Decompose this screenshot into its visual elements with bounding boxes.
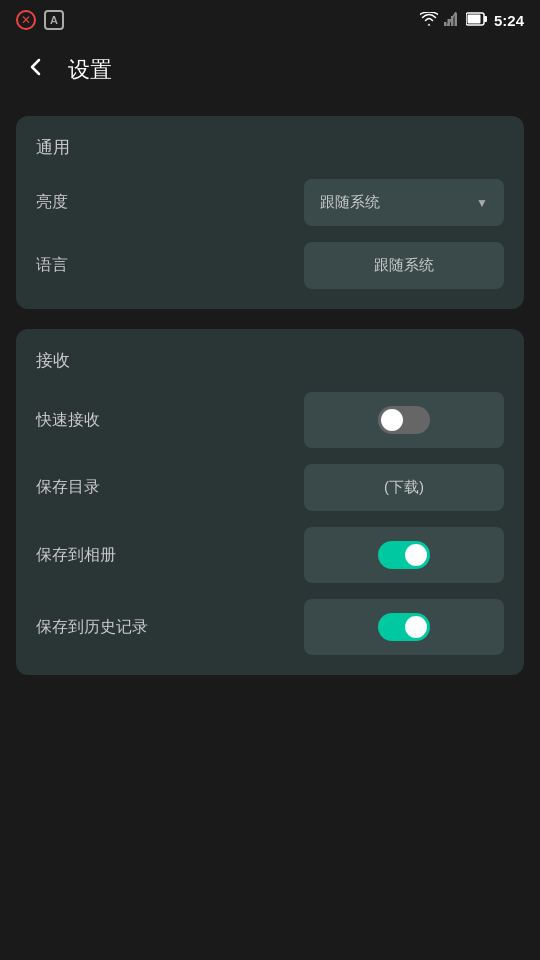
brightness-label: 亮度	[36, 192, 304, 213]
page-title: 设置	[68, 55, 112, 85]
fast-receive-thumb	[381, 409, 403, 431]
save-album-track	[378, 541, 430, 569]
language-row: 语言 跟随系统	[36, 242, 504, 289]
save-album-toggle[interactable]	[378, 541, 430, 569]
language-value-btn[interactable]: 跟随系统	[304, 242, 504, 289]
x-circle-icon: ✕	[16, 10, 36, 30]
receive-section: 接收 快速接收 保存目录 (下载) 保存到相册	[16, 329, 524, 675]
svg-rect-0	[444, 22, 447, 26]
language-label: 语言	[36, 255, 304, 276]
save-directory-btn[interactable]: (下载)	[304, 464, 504, 511]
brightness-dropdown[interactable]: 跟随系统 ▼	[304, 179, 504, 226]
brightness-value: 跟随系统	[320, 193, 380, 212]
save-album-toggle-container	[304, 527, 504, 583]
wifi-icon	[420, 12, 438, 29]
fast-receive-track	[378, 406, 430, 434]
save-directory-row: 保存目录 (下载)	[36, 464, 504, 511]
save-album-thumb	[405, 544, 427, 566]
clock-time: 5:24	[494, 12, 524, 29]
general-section-title: 通用	[36, 136, 504, 159]
brightness-row: 亮度 跟随系统 ▼	[36, 179, 504, 226]
save-album-row: 保存到相册	[36, 527, 504, 583]
general-section: 通用 亮度 跟随系统 ▼ 语言 跟随系统	[16, 116, 524, 309]
status-bar-left: ✕ A	[16, 10, 64, 30]
save-history-label: 保存到历史记录	[36, 617, 304, 638]
status-bar: ✕ A	[0, 0, 540, 40]
save-album-label: 保存到相册	[36, 545, 304, 566]
fast-receive-row: 快速接收	[36, 392, 504, 448]
save-directory-value: (下载)	[384, 478, 424, 495]
save-directory-label: 保存目录	[36, 477, 304, 498]
signal-icon	[444, 12, 460, 29]
svg-rect-6	[484, 16, 487, 22]
save-history-toggle-container	[304, 599, 504, 655]
receive-section-title: 接收	[36, 349, 504, 372]
save-history-row: 保存到历史记录	[36, 599, 504, 655]
fast-receive-label: 快速接收	[36, 410, 304, 431]
save-history-thumb	[405, 616, 427, 638]
a-box-icon: A	[44, 10, 64, 30]
save-history-toggle[interactable]	[378, 613, 430, 641]
back-button[interactable]	[20, 51, 52, 89]
top-bar: 设置	[0, 40, 540, 100]
status-bar-right: 5:24	[420, 12, 524, 29]
fast-receive-toggle[interactable]	[378, 406, 430, 434]
dropdown-arrow-icon: ▼	[476, 196, 488, 210]
save-history-track	[378, 613, 430, 641]
svg-rect-7	[467, 14, 480, 23]
battery-icon	[466, 12, 488, 29]
main-content: 通用 亮度 跟随系统 ▼ 语言 跟随系统 接收 快速接收	[0, 100, 540, 711]
language-value: 跟随系统	[374, 256, 434, 273]
fast-receive-toggle-container	[304, 392, 504, 448]
